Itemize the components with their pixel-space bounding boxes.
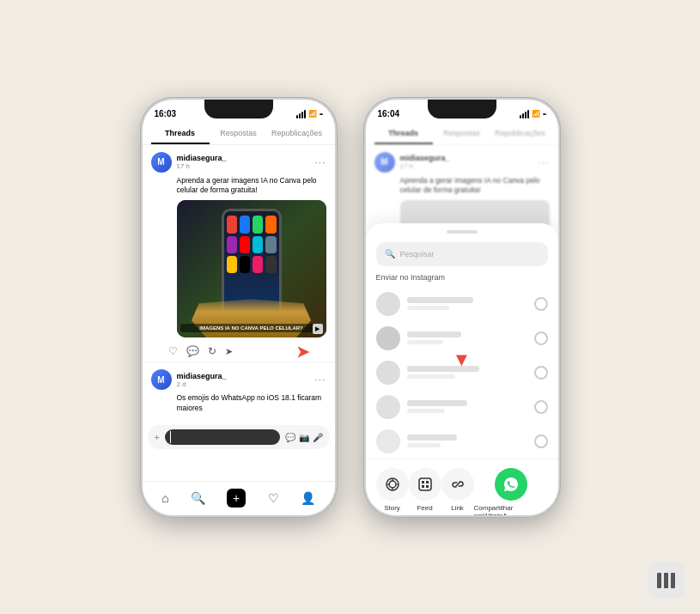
mic-icon[interactable]: 🎤	[313, 433, 323, 442]
post-meta-right: midiasegura_ 17 h	[400, 154, 533, 170]
send-via-label: Enviar no Instagram	[366, 273, 558, 287]
time-left: 16:03	[155, 109, 177, 119]
avatar-1: M	[151, 152, 172, 173]
link-icon	[441, 468, 474, 501]
story-icon	[376, 468, 409, 501]
contact-avatar	[376, 361, 400, 385]
link-label: Link	[451, 504, 464, 512]
repost-icon[interactable]: ↻	[208, 345, 216, 357]
tab-respostas-left[interactable]: Respostas	[210, 124, 268, 144]
contact-sub	[407, 306, 449, 310]
svg-rect-8	[664, 573, 668, 588]
app-icon	[265, 216, 276, 233]
avatar-right: M	[374, 152, 395, 173]
status-icons-left: 📶	[296, 110, 323, 119]
contact-item	[366, 424, 558, 459]
left-phone: 16:03 📶 Threads Respostas Republicações	[140, 97, 338, 518]
heart-icon[interactable]: ♡	[268, 491, 279, 505]
post-header-2: M midiasegura_ 2 d ···	[151, 369, 326, 390]
contact-avatar	[376, 326, 400, 350]
camera-icon[interactable]: 📷	[299, 433, 309, 442]
notch	[204, 100, 273, 119]
app-icon	[265, 236, 276, 253]
post-text-2: Os emojis do WhatsApp no iOS 18.1 ficara…	[151, 393, 326, 414]
compose-icons: 💬 📷 🎤	[285, 433, 323, 442]
share-whatsapp[interactable]: Compartilhar emWhatsA	[474, 468, 548, 515]
signal-icon-right	[520, 110, 529, 119]
contact-info	[407, 400, 527, 413]
app-icon	[240, 236, 250, 253]
battery-left	[320, 113, 323, 115]
post-dots-2[interactable]: ···	[314, 374, 326, 386]
tab-respostas-right[interactable]: Respostas	[433, 124, 491, 144]
post-1: M midiasegura_ 17 h ··· Aprenda a gerar …	[143, 145, 335, 342]
contact-avatar	[376, 395, 400, 419]
app-icon	[240, 216, 250, 233]
share-story[interactable]: Story	[376, 468, 409, 515]
svg-rect-3	[422, 481, 424, 483]
post-dots-1[interactable]: ···	[314, 156, 326, 168]
contact-radio[interactable]	[534, 400, 548, 414]
status-icons-right: 📶	[520, 110, 546, 119]
home-icon[interactable]: ⌂	[161, 491, 168, 505]
whatsapp-label: Compartilhar emWhatsA	[474, 504, 548, 515]
feed-icon	[409, 468, 441, 501]
app-icon	[227, 216, 237, 233]
share-handle	[447, 230, 478, 234]
post-dots-right[interactable]: ···	[538, 156, 549, 168]
feed-label: Feed	[417, 504, 432, 512]
red-arrow-left: ➤	[296, 343, 309, 362]
svg-rect-7	[657, 573, 661, 588]
contact-radio[interactable]	[534, 435, 548, 448]
contact-radio[interactable]	[534, 366, 548, 380]
left-phone-screen: 16:03 📶 Threads Respostas Republicações	[143, 100, 335, 515]
contact-info	[407, 331, 527, 344]
create-button[interactable]: +	[227, 489, 246, 508]
tab-threads-left[interactable]: Threads	[151, 124, 210, 144]
username-right: midiasegura_	[400, 154, 533, 162]
contact-name	[407, 435, 458, 441]
post-time-2: 2 d	[177, 380, 310, 388]
share-link[interactable]: Link	[441, 468, 474, 515]
image-overlay-text: IMAGENS IA NO CANVA PELO CELULAR?	[180, 324, 323, 332]
tab-republicacoes-left[interactable]: Republicações	[268, 124, 326, 144]
wifi-icon: 📶	[308, 110, 317, 118]
avatar-2: M	[151, 369, 172, 390]
contact-name	[407, 331, 461, 337]
contact-radio[interactable]	[534, 331, 548, 345]
app-icon	[253, 256, 263, 273]
tab-republicacoes-right[interactable]: Republicações	[491, 124, 550, 144]
play-button[interactable]: ▶	[313, 324, 323, 334]
username-2: midiasegura_	[177, 372, 310, 380]
search-bar[interactable]: 🔍 Pesquisar	[376, 242, 548, 266]
at-icon[interactable]: 💬	[285, 433, 295, 442]
search-icon-share: 🔍	[385, 249, 395, 258]
time-right: 16:04	[378, 109, 400, 119]
tab-threads-right[interactable]: Threads	[374, 124, 433, 144]
nav-tabs-right: Threads Respostas Republicações	[366, 124, 558, 145]
phones-container: 16:03 📶 Threads Respostas Republicações	[140, 97, 561, 518]
comment-icon[interactable]: 💬	[186, 345, 199, 357]
post-text-1: Aprenda a gerar imagens IA no Canva pelo…	[151, 176, 326, 197]
like-icon[interactable]: ♡	[168, 345, 178, 357]
compose-plus-icon[interactable]: +	[155, 432, 160, 442]
send-icon[interactable]: ➤	[225, 346, 233, 357]
contact-sub	[407, 409, 446, 413]
contact-name	[407, 400, 467, 406]
contact-item	[366, 287, 558, 321]
notch-right	[428, 100, 496, 119]
nav-tabs-left: Threads Respostas Republicações	[143, 124, 335, 145]
contact-radio[interactable]	[534, 297, 548, 311]
search-icon[interactable]: 🔍	[191, 491, 205, 505]
whatsapp-icon	[495, 468, 527, 501]
app-icon	[253, 216, 263, 233]
svg-rect-5	[422, 485, 424, 488]
svg-rect-6	[426, 485, 429, 488]
post-header-1: M midiasegura_ 17 h ···	[151, 152, 326, 173]
profile-icon[interactable]: 👤	[301, 491, 315, 505]
app-icon	[240, 256, 250, 273]
post-image-1: IMAGENS IA NO CANVA PELO CELULAR? ▶	[177, 200, 326, 337]
contact-name	[407, 297, 473, 303]
bottom-nav-left: ⌂ 🔍 + ♡ 👤	[143, 481, 335, 515]
share-feed[interactable]: Feed	[409, 468, 441, 515]
